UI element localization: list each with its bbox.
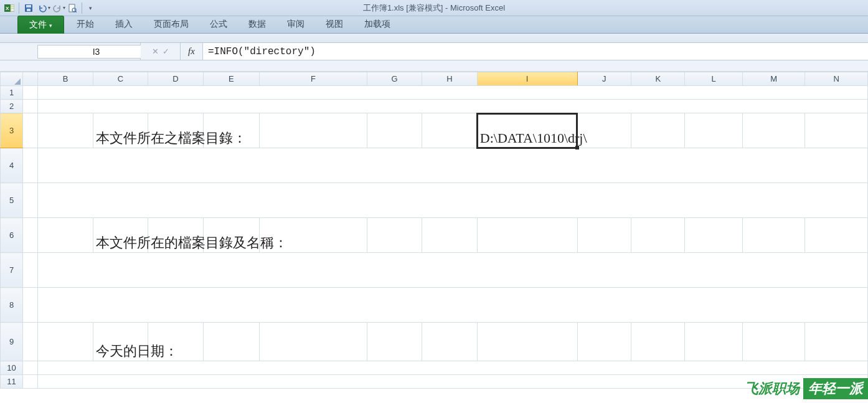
- cell-N3[interactable]: [805, 113, 868, 148]
- print-preview-button[interactable]: [65, 1, 79, 15]
- cell[interactable]: [23, 288, 38, 323]
- tab-addins[interactable]: 加载项: [356, 16, 399, 33]
- cell-D3[interactable]: [148, 113, 203, 148]
- worksheet[interactable]: B C D E F G H I J K L M N 1 2 3: [0, 60, 868, 401]
- name-box[interactable]: [37, 45, 155, 59]
- cell-J9[interactable]: [577, 323, 631, 361]
- cell-B6[interactable]: [38, 218, 93, 253]
- row-4[interactable]: 4: [1, 148, 868, 183]
- row-1[interactable]: 1: [1, 86, 868, 100]
- cell-G6[interactable]: [367, 218, 422, 253]
- cell-H9[interactable]: [422, 323, 477, 361]
- column-header-L[interactable]: L: [685, 72, 742, 86]
- save-button[interactable]: [22, 1, 35, 15]
- cell-J3[interactable]: [577, 113, 631, 148]
- cell-E6[interactable]: [203, 218, 259, 253]
- column-header-H[interactable]: H: [422, 72, 477, 86]
- row-5[interactable]: 5: [1, 183, 868, 218]
- cell-I6[interactable]: [477, 218, 577, 253]
- cell-G9[interactable]: [367, 323, 422, 361]
- tab-view[interactable]: 视图: [317, 16, 352, 33]
- tab-formulas[interactable]: 公式: [201, 16, 236, 33]
- column-header-M[interactable]: M: [742, 72, 805, 86]
- insert-function-button[interactable]: fx: [181, 43, 203, 60]
- cell-G3[interactable]: [367, 113, 422, 148]
- cell-F9[interactable]: [260, 323, 367, 361]
- cell[interactable]: [23, 113, 38, 148]
- row-10[interactable]: 10: [1, 361, 868, 375]
- tab-page-layout[interactable]: 页面布局: [145, 16, 197, 33]
- column-header-E[interactable]: E: [203, 72, 259, 86]
- cell[interactable]: [23, 375, 38, 389]
- grid[interactable]: B C D E F G H I J K L M N 1 2 3: [0, 72, 868, 389]
- row-7[interactable]: 7: [1, 253, 868, 288]
- row-header-6[interactable]: 6: [1, 218, 23, 253]
- row-header-11[interactable]: 11: [1, 375, 23, 389]
- column-header-J[interactable]: J: [577, 72, 631, 86]
- column-header-N[interactable]: N: [805, 72, 868, 86]
- cell[interactable]: [38, 86, 868, 100]
- cell[interactable]: [23, 218, 38, 253]
- cell-F6[interactable]: [260, 218, 367, 253]
- column-header-blank[interactable]: [23, 72, 38, 86]
- cell-N9[interactable]: [805, 323, 868, 361]
- column-header-F[interactable]: F: [260, 72, 367, 86]
- cell-C3[interactable]: 本文件所在之檔案目錄：: [93, 113, 148, 148]
- cell[interactable]: [23, 323, 38, 361]
- row-header-10[interactable]: 10: [1, 361, 23, 375]
- cell-D6[interactable]: [148, 218, 203, 253]
- row-9[interactable]: 9 今天的日期：: [1, 323, 868, 361]
- row-2[interactable]: 2: [1, 100, 868, 113]
- undo-button[interactable]: [35, 1, 49, 15]
- cell-I9[interactable]: [477, 323, 577, 361]
- tab-insert[interactable]: 插入: [106, 16, 141, 33]
- cell-B3[interactable]: [38, 113, 93, 148]
- row-8[interactable]: 8: [1, 288, 868, 323]
- cell[interactable]: [23, 361, 38, 375]
- cell[interactable]: [23, 183, 38, 218]
- row-header-2[interactable]: 2: [1, 100, 23, 113]
- row-header-3[interactable]: 3: [1, 113, 23, 148]
- cell-C9[interactable]: 今天的日期：: [93, 323, 148, 361]
- row-3[interactable]: 3 本文件所在之檔案目錄： D:\DATA\1010\drj\: [1, 113, 868, 148]
- column-header-I[interactable]: I: [477, 72, 577, 86]
- cell[interactable]: [38, 100, 868, 113]
- cell-K6[interactable]: [631, 218, 685, 253]
- cell-M3[interactable]: [742, 113, 805, 148]
- row-6[interactable]: 6 本文件所在的檔案目錄及名稱：: [1, 218, 868, 253]
- cell[interactable]: [38, 183, 868, 218]
- cell[interactable]: [38, 288, 868, 323]
- cell[interactable]: [38, 253, 868, 288]
- cell-C6[interactable]: 本文件所在的檔案目錄及名稱：: [93, 218, 148, 253]
- cell-N6[interactable]: [805, 218, 868, 253]
- cell[interactable]: [38, 361, 868, 375]
- cell-E3[interactable]: [203, 113, 259, 148]
- cell-K3[interactable]: [631, 113, 685, 148]
- cell-F3[interactable]: [260, 113, 367, 148]
- cell[interactable]: [23, 86, 38, 100]
- cell-L3[interactable]: [685, 113, 742, 148]
- redo-button[interactable]: [50, 1, 64, 15]
- cell-J6[interactable]: [577, 218, 631, 253]
- row-header-5[interactable]: 5: [1, 183, 23, 218]
- cell-I3[interactable]: D:\DATA\1010\drj\: [477, 113, 577, 148]
- row-header-7[interactable]: 7: [1, 253, 23, 288]
- formula-input[interactable]: [203, 43, 868, 60]
- cell-L6[interactable]: [685, 218, 742, 253]
- column-header-B[interactable]: B: [38, 72, 93, 86]
- column-header-C[interactable]: C: [93, 72, 148, 86]
- select-all-corner[interactable]: [1, 72, 23, 86]
- row-11[interactable]: 11: [1, 375, 868, 389]
- cell-D9[interactable]: [148, 323, 203, 361]
- tab-file[interactable]: 文件: [17, 16, 64, 34]
- row-header-9[interactable]: 9: [1, 323, 23, 361]
- customize-qat-button[interactable]: ▾: [85, 1, 96, 15]
- cell[interactable]: [23, 148, 38, 183]
- column-header-G[interactable]: G: [367, 72, 422, 86]
- tab-data[interactable]: 数据: [240, 16, 275, 33]
- cell[interactable]: [23, 253, 38, 288]
- cell[interactable]: [38, 148, 868, 183]
- column-headers[interactable]: B C D E F G H I J K L M N: [1, 72, 868, 86]
- tab-review[interactable]: 审阅: [278, 16, 313, 33]
- cell-H6[interactable]: [422, 218, 477, 253]
